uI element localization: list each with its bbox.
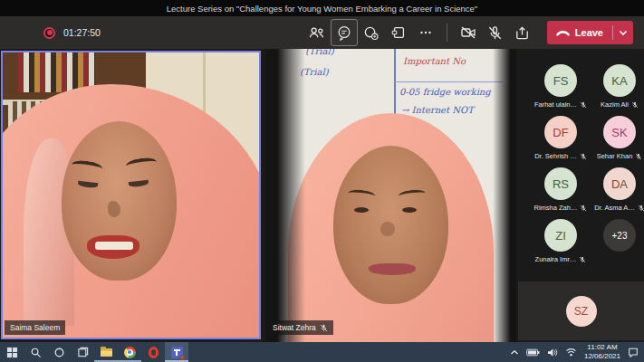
muted-mic-icon bbox=[638, 205, 644, 212]
video-feed-right: (Trial) (Trial) Important No 0-05 fridge… bbox=[265, 49, 516, 342]
whiteboard-text: Important No bbox=[403, 56, 466, 66]
toolbar-divider bbox=[447, 24, 447, 42]
hang-up-icon bbox=[556, 28, 570, 37]
whiteboard-text: → Internet NOT bbox=[401, 105, 474, 115]
camera-toggle-button[interactable] bbox=[455, 19, 482, 46]
search-icon bbox=[30, 347, 42, 358]
hidden-icons-button[interactable] bbox=[510, 349, 519, 356]
muted-mic-icon bbox=[631, 101, 639, 109]
participant-overflow-count[interactable]: +23 bbox=[591, 219, 644, 252]
mic-toggle-button[interactable] bbox=[482, 19, 509, 46]
meeting-toolbar: 01:27:50 bbox=[0, 16, 644, 49]
avatar: FS bbox=[544, 64, 577, 97]
participants-button[interactable] bbox=[303, 19, 331, 46]
chrome-icon bbox=[124, 347, 136, 358]
participant-sehar[interactable]: SK Sehar Khan bbox=[591, 116, 644, 160]
cortana-button[interactable] bbox=[47, 342, 71, 362]
network-icon bbox=[565, 348, 577, 357]
breakout-rooms-icon bbox=[390, 24, 407, 41]
opera-icon bbox=[149, 347, 159, 358]
chevron-down-icon bbox=[619, 30, 628, 36]
participant-name-label: Sitwat Zehra bbox=[267, 320, 333, 335]
file-explorer-button[interactable] bbox=[94, 342, 118, 362]
system-tray: 11:02 AM 12/06/2021 bbox=[510, 343, 644, 362]
whiteboard-text: 0-05 fridge working bbox=[399, 87, 491, 97]
action-center-button[interactable] bbox=[628, 347, 639, 357]
taskbar-clock[interactable]: 11:02 AM 12/06/2021 bbox=[584, 343, 620, 362]
cortana-icon bbox=[53, 347, 65, 358]
windows-taskbar: 11:02 AM 12/06/2021 bbox=[0, 342, 644, 362]
start-button[interactable] bbox=[0, 342, 24, 362]
participant-name: Saima Saleem bbox=[10, 323, 60, 332]
leave-button[interactable]: Leave bbox=[547, 21, 612, 44]
battery-button[interactable] bbox=[526, 348, 540, 357]
teams-icon bbox=[171, 347, 183, 358]
recording-icon bbox=[43, 27, 55, 39]
participant-sehrish[interactable]: DF Dr. Sehrish … bbox=[533, 116, 589, 160]
video-tile-saima-saleem[interactable]: Saima Saleem bbox=[1, 51, 261, 339]
clock-date: 12/06/2021 bbox=[584, 352, 620, 361]
clock-time: 11:02 AM bbox=[584, 343, 620, 352]
reactions-button[interactable] bbox=[358, 19, 385, 46]
muted-mic-icon bbox=[580, 205, 587, 212]
whiteboard-text: (Trial) bbox=[305, 49, 334, 56]
chevron-up-icon bbox=[510, 349, 519, 356]
more-options-button[interactable] bbox=[412, 19, 439, 46]
breakout-rooms-button[interactable] bbox=[385, 19, 412, 46]
video-feed-left bbox=[3, 52, 259, 338]
search-button[interactable] bbox=[24, 342, 47, 362]
action-center-icon bbox=[628, 347, 639, 357]
participant-rimsha[interactable]: RS Rimsha Zah… bbox=[533, 167, 589, 212]
network-button[interactable] bbox=[565, 348, 577, 357]
participants-sidebar: FS Farhat ulain… KA Kazim Ali DF Dr. Seh… bbox=[516, 49, 644, 342]
avatar: KA bbox=[603, 64, 636, 97]
task-view-icon bbox=[77, 347, 89, 358]
teams-button[interactable] bbox=[165, 342, 188, 362]
avatar: RS bbox=[544, 167, 577, 200]
leave-button-label: Leave bbox=[575, 27, 603, 38]
avatar: SZ bbox=[566, 296, 597, 327]
notification-dot bbox=[179, 355, 185, 360]
task-view-button[interactable] bbox=[71, 342, 94, 362]
avatar: DA bbox=[603, 167, 636, 200]
window-title: Lecture Series on "Challenges for Young … bbox=[167, 4, 477, 14]
muted-mic-icon bbox=[580, 101, 587, 109]
chat-icon bbox=[336, 24, 352, 41]
camera-off-icon bbox=[459, 24, 477, 42]
avatar: SK bbox=[603, 116, 636, 148]
video-tile-sitwat-zehra[interactable]: (Trial) (Trial) Important No 0-05 fridge… bbox=[265, 49, 516, 342]
battery-icon bbox=[526, 348, 540, 357]
avatar: ZI bbox=[544, 219, 577, 252]
muted-mic-icon bbox=[580, 153, 587, 160]
people-icon bbox=[308, 24, 325, 42]
reactions-icon bbox=[362, 24, 380, 42]
windows-logo-icon bbox=[6, 347, 18, 358]
participant-name: Sitwat Zehra bbox=[273, 323, 316, 332]
chrome-button[interactable] bbox=[118, 342, 141, 362]
participant-asma[interactable]: DA Dr. Asma A… bbox=[591, 167, 644, 212]
participant-name-label: Saima Saleem bbox=[5, 320, 65, 335]
speaker-icon bbox=[547, 348, 558, 357]
chat-button[interactable] bbox=[331, 19, 358, 46]
opera-button[interactable] bbox=[141, 342, 165, 362]
meeting-timer: 01:27:50 bbox=[63, 27, 101, 38]
more-options-icon bbox=[418, 24, 434, 41]
participant-farhat[interactable]: FS Farhat ulain… bbox=[533, 64, 589, 109]
file-explorer-icon bbox=[101, 348, 112, 357]
overflow-avatar: +23 bbox=[603, 219, 636, 252]
muted-mic-icon bbox=[579, 256, 586, 263]
share-screen-button[interactable] bbox=[509, 19, 536, 46]
muted-mic-icon bbox=[635, 153, 642, 160]
mic-off-icon bbox=[486, 24, 504, 42]
share-screen-icon bbox=[514, 24, 531, 42]
volume-button[interactable] bbox=[547, 348, 558, 357]
avatar: DF bbox=[544, 116, 577, 148]
leave-options-button[interactable] bbox=[613, 21, 633, 44]
recording-indicator-group: 01:27:50 bbox=[43, 27, 101, 39]
teams-meeting-window: Lecture Series on "Challenges for Young … bbox=[0, 0, 644, 362]
window-title-bar: Lecture Series on "Challenges for Young … bbox=[0, 0, 644, 16]
participant-kazim[interactable]: KA Kazim Ali bbox=[591, 64, 644, 109]
muted-mic-icon bbox=[320, 324, 328, 332]
participant-zunaira[interactable]: ZI Zunaira Imr… bbox=[533, 219, 589, 263]
video-tile-sz[interactable]: SZ bbox=[518, 281, 644, 340]
